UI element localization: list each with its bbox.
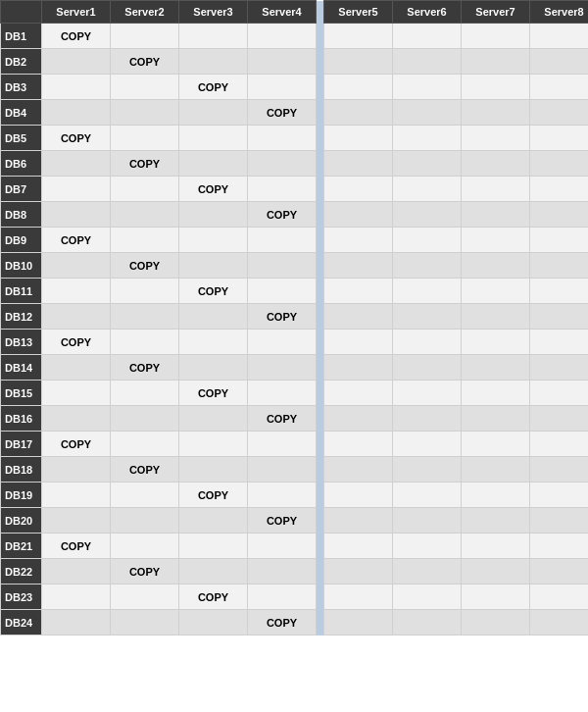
- db-label: DB1: [1, 24, 42, 49]
- server4-cell: [248, 151, 317, 177]
- server3-cell: COPY: [179, 585, 248, 610]
- server1-header: Server1: [42, 1, 111, 24]
- db-label: DB22: [1, 559, 42, 585]
- server2-cell: [111, 228, 179, 253]
- server4-cell: [248, 49, 317, 75]
- server6-header: Server6: [393, 1, 462, 24]
- server7-cell: [462, 508, 530, 534]
- server8-cell: [530, 49, 589, 75]
- server6-cell: [393, 253, 462, 279]
- server4-cell: [248, 457, 317, 483]
- server7-cell: [462, 610, 530, 636]
- server7-cell: [462, 49, 530, 75]
- server6-cell: [393, 355, 462, 381]
- server7-cell: [462, 432, 530, 457]
- server8-cell: [530, 508, 589, 534]
- db-label: DB4: [1, 100, 42, 126]
- db-label: DB16: [1, 406, 42, 432]
- server7-cell: [462, 279, 530, 304]
- server6-cell: [393, 457, 462, 483]
- server6-cell: [393, 381, 462, 406]
- db-label: DB5: [1, 126, 42, 151]
- server3-cell: COPY: [179, 177, 248, 202]
- server6-cell: [393, 49, 462, 75]
- server8-cell: [530, 228, 589, 253]
- server8-cell: [530, 253, 589, 279]
- server4-cell: [248, 228, 317, 253]
- divider-cell: [317, 457, 324, 483]
- table-row: DB2COPY: [1, 49, 589, 75]
- server7-cell: [462, 151, 530, 177]
- divider-cell: [317, 483, 324, 508]
- server2-cell: [111, 279, 179, 304]
- server5-cell: [324, 24, 393, 49]
- server7-cell: [462, 534, 530, 559]
- server3-cell: [179, 24, 248, 49]
- server5-cell: [324, 228, 393, 253]
- server8-cell: [530, 559, 589, 585]
- server7-cell: [462, 585, 530, 610]
- server2-cell: COPY: [111, 49, 179, 75]
- table-row: DB16COPY: [1, 406, 589, 432]
- server4-cell: [248, 381, 317, 406]
- divider-cell: [317, 126, 324, 151]
- server4-cell: COPY: [248, 406, 317, 432]
- server7-cell: [462, 253, 530, 279]
- server3-cell: [179, 151, 248, 177]
- server7-cell: [462, 24, 530, 49]
- server1-cell: [42, 304, 111, 330]
- server3-cell: [179, 355, 248, 381]
- divider-cell: [317, 355, 324, 381]
- server5-cell: [324, 483, 393, 508]
- db-label: DB14: [1, 355, 42, 381]
- server3-header: Server3: [179, 1, 248, 24]
- db-label: DB21: [1, 534, 42, 559]
- server4-cell: [248, 585, 317, 610]
- table-row: DB5COPY: [1, 126, 589, 151]
- server7-cell: [462, 483, 530, 508]
- server1-cell: [42, 75, 111, 100]
- server8-cell: [530, 457, 589, 483]
- server8-cell: [530, 177, 589, 202]
- table-row: DB22COPY: [1, 559, 589, 585]
- server7-cell: [462, 228, 530, 253]
- table-row: DB24COPY: [1, 610, 589, 636]
- server2-cell: [111, 177, 179, 202]
- server8-cell: [530, 24, 589, 49]
- server1-cell: [42, 559, 111, 585]
- divider-cell: [317, 279, 324, 304]
- server2-cell: COPY: [111, 253, 179, 279]
- server8-cell: [530, 406, 589, 432]
- db-label: DB19: [1, 483, 42, 508]
- db-label: DB9: [1, 228, 42, 253]
- server7-cell: [462, 355, 530, 381]
- server3-cell: [179, 610, 248, 636]
- db-label: DB8: [1, 202, 42, 228]
- server1-cell: [42, 381, 111, 406]
- server5-cell: [324, 177, 393, 202]
- db-label: DB13: [1, 330, 42, 355]
- server6-cell: [393, 202, 462, 228]
- server5-cell: [324, 559, 393, 585]
- table-row: DB13COPY: [1, 330, 589, 355]
- server1-cell: COPY: [42, 228, 111, 253]
- server2-cell: [111, 100, 179, 126]
- server4-cell: [248, 126, 317, 151]
- divider-cell: [317, 151, 324, 177]
- server7-cell: [462, 381, 530, 406]
- server2-cell: COPY: [111, 559, 179, 585]
- table-row: DB23COPY: [1, 585, 589, 610]
- server3-cell: [179, 559, 248, 585]
- divider-cell: [317, 100, 324, 126]
- server1-cell: [42, 585, 111, 610]
- server8-header: Server8: [530, 1, 589, 24]
- server3-cell: [179, 406, 248, 432]
- server3-cell: [179, 534, 248, 559]
- db-label: DB6: [1, 151, 42, 177]
- server4-cell: [248, 534, 317, 559]
- server1-cell: [42, 177, 111, 202]
- server1-cell: [42, 279, 111, 304]
- server6-cell: [393, 508, 462, 534]
- server7-cell: [462, 75, 530, 100]
- server2-cell: [111, 534, 179, 559]
